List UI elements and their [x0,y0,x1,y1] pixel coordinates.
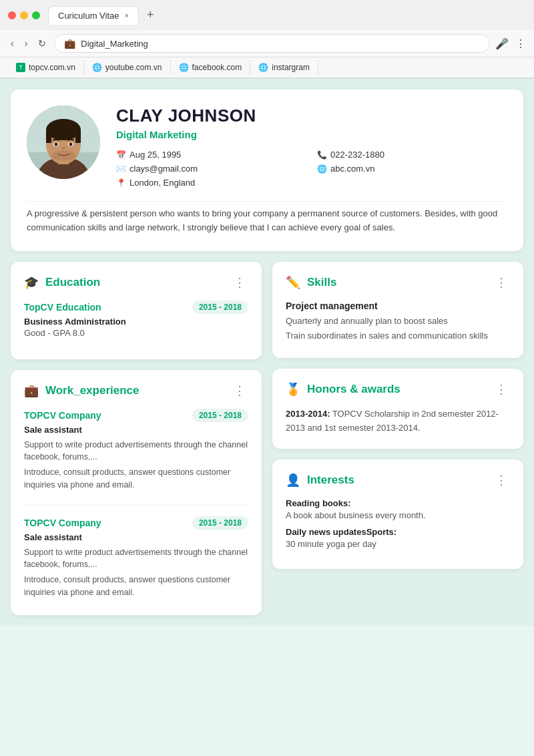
briefcase-icon: 💼 [24,383,39,398]
graduation-icon: 🎓 [24,275,39,290]
interests-title: Interests [307,474,354,487]
detail-website: 🌐 abc.com.vn [317,164,507,174]
work-header-2: TOPCV Company 2015 - 2018 [24,516,248,530]
avatar [27,106,100,179]
work-desc-2b: Introduce, consult products, answer ques… [24,574,248,599]
work-experience-section: 💼 Work_experience ⋮ TOPCV Company 2015 -… [11,370,262,615]
email-value: clays@gmail.com [129,164,198,174]
cv-right: ✏️ Skills ⋮ Project management Quarterly… [272,262,523,569]
address-text: Digital_Marketing [81,39,148,49]
menu-icon[interactable]: ⋮ [515,37,526,50]
phone-value: 022-232-1880 [330,150,384,160]
skill-item-1: Quarterly and annually plan to boost sal… [286,315,510,327]
work-desc-2a: Support to write product advertisements … [24,546,248,572]
profile-info: CLAY JOHNSON Digital Marketing 📅 Aug 25,… [116,106,507,188]
topcv-icon: T [16,63,25,72]
section-title-group: ✏️ Skills [286,275,336,290]
detail-phone: 📞 022-232-1880 [317,150,507,160]
bookmark-label: facebook.com [192,63,242,72]
profile-header: CLAY JOHNSON Digital Marketing 📅 Aug 25,… [27,106,507,188]
skills-title: Skills [307,276,336,289]
bookmark-label: youtube.com.vn [105,63,162,72]
education-section: 🎓 Education ⋮ TopCV Education 2015 - 201… [11,262,262,359]
skills-more-button[interactable]: ⋮ [493,275,510,290]
new-tab-button[interactable]: + [142,5,160,25]
bookmarks-bar: T topcv.com.vn 🌐 youtube.com.vn 🌐 facebo… [0,57,534,78]
edu-header: TopCV Education 2015 - 2018 [24,301,248,314]
svg-point-12 [51,150,75,161]
bookmark-label: instargram [272,63,310,72]
section-header-work: 💼 Work_experience ⋮ [24,383,248,398]
website-value: abc.com.vn [330,164,374,174]
traffic-light-red[interactable] [8,11,16,19]
education-more-button[interactable]: ⋮ [231,275,248,290]
bookmark-youtube[interactable]: 🌐 youtube.com.vn [84,60,171,75]
email-icon: ✉️ [116,164,125,174]
section-header-interests: 👤 Interests ⋮ [286,473,510,488]
work-desc-1b: Introduce, consult products, answer ques… [24,466,248,492]
work-year-2: 2015 - 2018 [192,516,248,530]
honors-section: 🏅 Honors & awards ⋮ 2013-2014: TOPCV Sch… [272,369,523,449]
mic-icon[interactable]: 🎤 [495,37,509,50]
work-year-1: 2015 - 2018 [192,409,248,422]
browser-tab[interactable]: Curiculum Vitae × [48,6,139,25]
work-desc-1a: Support to write product advertisements … [24,439,248,464]
browser-titlebar: Curiculum Vitae × + [0,0,534,30]
edu-degree: Business Administration [24,317,248,327]
skill-item-2: Train subordinates in sales and communic… [286,330,510,342]
globe-icon: 🌐 [179,63,189,72]
detail-location: 📍 London, England [116,178,507,188]
section-header-honors: 🏅 Honors & awards ⋮ [286,382,510,397]
work-header-1: TOPCV Company 2015 - 2018 [24,409,248,422]
detail-email: ✉️ clays@gmail.com [116,164,306,174]
browser-chrome: Curiculum Vitae × + ‹ › ↻ 💼 Digital_Mark… [0,0,534,79]
phone-icon: 📞 [317,150,326,160]
bookmark-facebook[interactable]: 🌐 facebook.com [171,60,251,75]
location-value: London, England [129,178,195,188]
profile-details: 📅 Aug 25, 1995 📞 022-232-1880 ✉️ clays@g… [116,150,507,188]
back-button[interactable]: ‹ [8,37,17,50]
interest-title-2: Daily news updatesSports: [286,527,510,537]
globe-icon: 🌐 [258,63,268,72]
refresh-button[interactable]: ↻ [35,37,49,50]
profile-title: Digital Marketing [116,129,507,140]
traffic-light-green[interactable] [32,11,40,19]
interests-section: 👤 Interests ⋮ Reading books: A book abou… [272,459,523,569]
detail-dob: 📅 Aug 25, 1995 [116,150,306,160]
interest-desc-2: 30 minute yoga per day [286,539,510,549]
traffic-lights [8,11,40,19]
edu-entry: TopCV Education 2015 - 2018 Business Adm… [24,301,248,338]
traffic-light-yellow[interactable] [20,11,28,19]
section-title-group: 🏅 Honors & awards [286,382,400,397]
calendar-icon: 📅 [116,150,125,160]
interest-title-1: Reading books: [286,498,510,508]
profile-bio: A progressive & persistent person who wa… [27,201,507,235]
honors-more-button[interactable]: ⋮ [493,382,510,397]
bookmark-label: topcv.com.vn [29,63,75,72]
cv-left: 🎓 Education ⋮ TopCV Education 2015 - 201… [11,262,262,615]
work-position-1: Sale assistant [24,425,248,435]
interests-more-button[interactable]: ⋮ [493,473,510,488]
medal-icon: 🏅 [286,382,300,397]
work-more-button[interactable]: ⋮ [231,383,248,398]
edu-school: TopCV Education [24,302,101,313]
location-icon: 📍 [116,178,125,188]
website-icon: 🌐 [317,164,326,174]
edu-gpa: Good - GPA 8.0 [24,328,248,338]
address-bar[interactable]: 💼 Digital_Marketing [54,34,490,53]
bookmark-topcv[interactable]: T topcv.com.vn [8,60,84,75]
work-entry-2: TOPCV Company 2015 - 2018 Sale assistant… [24,516,248,599]
bookmark-instagram[interactable]: 🌐 instargram [250,60,318,75]
honors-text: 2013-2014: TOPCV Scholarship in 2nd seme… [286,407,510,435]
section-title-group: 💼 Work_experience [24,383,139,398]
section-header-skills: ✏️ Skills ⋮ [286,275,510,290]
svg-point-11 [69,143,73,146]
tab-bar: Curiculum Vitae × + [48,5,526,25]
pencil-icon: ✏️ [286,275,300,290]
dob-value: Aug 25, 1995 [129,150,181,160]
address-briefcase-icon: 💼 [64,38,75,49]
forward-button[interactable]: › [22,37,31,50]
tab-close-button[interactable]: × [125,11,129,19]
cv-columns: 🎓 Education ⋮ TopCV Education 2015 - 201… [11,262,523,615]
browser-toolbar: ‹ › ↻ 💼 Digital_Marketing 🎤 ⋮ [0,30,534,57]
